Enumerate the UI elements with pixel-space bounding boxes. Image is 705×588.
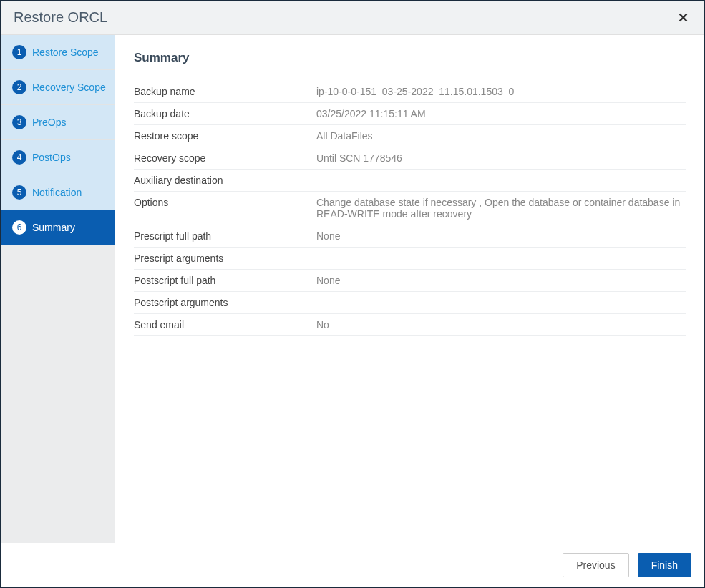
previous-button[interactable]: Previous — [563, 553, 628, 577]
step-number-icon: 2 — [12, 80, 26, 94]
close-icon[interactable]: ✕ — [675, 10, 691, 26]
row-backup-name: Backup name ip-10-0-0-151_03-25-2022_11.… — [134, 81, 686, 103]
row-prescript-arguments: Prescript arguments — [134, 248, 686, 270]
summary-value: None — [316, 225, 686, 248]
modal-footer: Previous Finish — [1, 543, 704, 587]
content-panel: Summary Backup name ip-10-0-0-151_03-25-… — [115, 35, 704, 543]
summary-table: Backup name ip-10-0-0-151_03-25-2022_11.… — [134, 81, 686, 336]
summary-label: Restore scope — [134, 125, 316, 147]
sidebar-item-label: PreOps — [32, 117, 66, 128]
modal-header: Restore ORCL ✕ — [1, 1, 704, 35]
summary-label: Recovery scope — [134, 147, 316, 170]
step-number-icon: 1 — [12, 45, 26, 59]
step-number-icon: 5 — [12, 185, 26, 200]
summary-label: Options — [134, 192, 316, 225]
summary-value: None — [316, 270, 686, 292]
row-postscript-full-path: Postscript full path None — [134, 270, 686, 292]
row-options: Options Change database state if necessa… — [134, 192, 686, 225]
finish-button[interactable]: Finish — [638, 553, 691, 577]
sidebar-item-summary[interactable]: 6 Summary — [1, 210, 115, 245]
row-recovery-scope: Recovery scope Until SCN 1778546 — [134, 147, 686, 170]
sidebar-item-label: Recovery Scope — [32, 82, 106, 93]
summary-label: Auxiliary destination — [134, 170, 316, 192]
sidebar-item-notification[interactable]: 5 Notification — [1, 175, 115, 210]
summary-value — [316, 292, 686, 314]
sidebar-item-postops[interactable]: 4 PostOps — [1, 140, 115, 175]
sidebar-item-label: Summary — [32, 222, 75, 233]
summary-value: ip-10-0-0-151_03-25-2022_11.15.01.1503_0 — [316, 81, 686, 103]
row-restore-scope: Restore scope All DataFiles — [134, 125, 686, 147]
sidebar-item-label: Restore Scope — [32, 46, 99, 58]
row-prescript-full-path: Prescript full path None — [134, 225, 686, 248]
summary-value: All DataFiles — [316, 125, 686, 147]
row-backup-date: Backup date 03/25/2022 11:15:11 AM — [134, 103, 686, 125]
step-number-icon: 6 — [12, 220, 26, 235]
restore-modal: Restore ORCL ✕ 1 Restore Scope 2 Recover… — [0, 0, 705, 588]
page-title: Summary — [134, 51, 686, 65]
sidebar-item-preops[interactable]: 3 PreOps — [1, 105, 115, 140]
summary-value: No — [316, 314, 686, 336]
modal-body: 1 Restore Scope 2 Recovery Scope 3 PreOp… — [1, 35, 704, 543]
sidebar-item-recovery-scope[interactable]: 2 Recovery Scope — [1, 70, 115, 105]
summary-value — [316, 170, 686, 192]
wizard-sidebar: 1 Restore Scope 2 Recovery Scope 3 PreOp… — [1, 35, 115, 543]
summary-label: Postscript full path — [134, 270, 316, 292]
sidebar-item-label: PostOps — [32, 152, 71, 163]
sidebar-item-label: Notification — [32, 187, 82, 198]
sidebar-item-restore-scope[interactable]: 1 Restore Scope — [1, 35, 115, 70]
summary-label: Prescript full path — [134, 225, 316, 248]
summary-value — [316, 248, 686, 270]
summary-label: Send email — [134, 314, 316, 336]
summary-label: Backup date — [134, 103, 316, 125]
summary-value: 03/25/2022 11:15:11 AM — [316, 103, 686, 125]
modal-title: Restore ORCL — [14, 9, 107, 26]
step-number-icon: 4 — [12, 150, 26, 165]
step-number-icon: 3 — [12, 115, 26, 129]
summary-value: Until SCN 1778546 — [316, 147, 686, 170]
summary-label: Backup name — [134, 81, 316, 103]
summary-value: Change database state if necessary , Ope… — [316, 192, 686, 225]
summary-label: Postscript arguments — [134, 292, 316, 314]
row-send-email: Send email No — [134, 314, 686, 336]
row-postscript-arguments: Postscript arguments — [134, 292, 686, 314]
row-auxiliary-destination: Auxiliary destination — [134, 170, 686, 192]
summary-label: Prescript arguments — [134, 248, 316, 270]
